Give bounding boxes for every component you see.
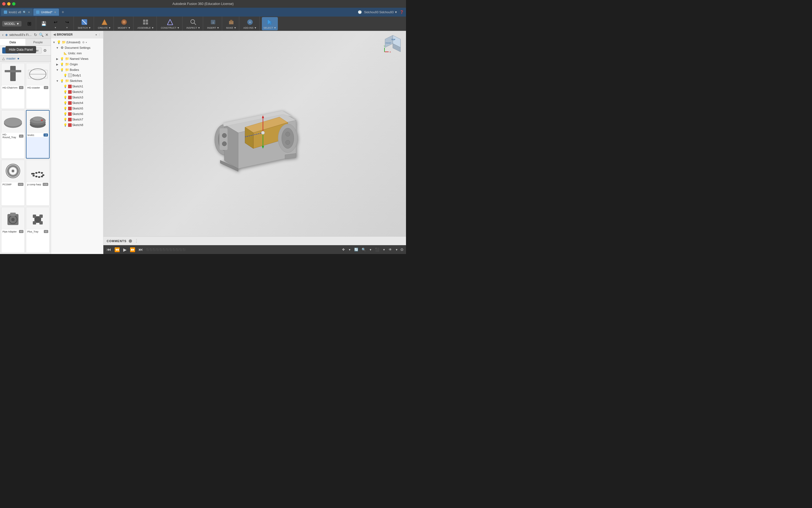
item-label: Sketch7 <box>72 118 83 121</box>
refresh-button[interactable]: ↻ <box>34 33 37 37</box>
sketch-tool[interactable]: SKETCH ▼ <box>76 17 93 30</box>
grid-view-button[interactable]: ⊞ <box>24 19 35 29</box>
settings-icon: ⚙ <box>82 41 85 44</box>
tree-item-units[interactable]: 📐 Units: mm <box>51 50 103 56</box>
tab-knob1[interactable]: knob1 v8 🔍 ✕ <box>1 8 33 16</box>
tree-item-unsaved[interactable]: ▼ 💡 📁 (Unsaved) ⚙ ● <box>51 39 103 45</box>
svg-rect-7 <box>143 22 145 25</box>
save-button[interactable]: 💾 <box>38 19 49 29</box>
item-name: Pipe Adapter <box>2 230 17 233</box>
item-name: Plus_Tray <box>27 230 38 233</box>
inspect-tool[interactable]: INSPECT ▼ <box>185 17 202 30</box>
zoom-dropdown[interactable]: ▼ <box>368 248 373 252</box>
help-icon[interactable]: ❓ <box>400 10 404 14</box>
tree-item-sketch3[interactable]: 💡 Sketch3 <box>51 95 103 100</box>
tree-item-sketch4[interactable]: 💡 Sketch4 <box>51 100 103 105</box>
folder-icon: 📁 <box>61 40 66 44</box>
tree-item-origin[interactable]: ▶ 💡 📁 Origin <box>51 61 103 67</box>
svg-point-75 <box>222 141 227 146</box>
traffic-lights[interactable] <box>2 2 15 5</box>
svg-text:↓: ↓ <box>212 20 214 24</box>
tree-item-bodies[interactable]: ▼ 💡 📁 Bodies <box>51 67 103 73</box>
modify-tool[interactable]: MODIFY ▼ <box>116 17 132 30</box>
addins-tool[interactable]: + ADD-INS ▼ <box>241 17 258 30</box>
new-tab-button[interactable]: + <box>59 9 66 15</box>
data-tab[interactable]: Data <box>0 39 26 45</box>
list-item-selected[interactable]: knob1 V8 <box>26 110 50 159</box>
tab-untitled[interactable]: Untitled* ✕ <box>33 8 59 16</box>
list-item[interactable]: HG-ChairArm V1 <box>1 63 25 109</box>
back-button[interactable]: ‹ <box>2 33 4 37</box>
create-tool[interactable]: CREATE ▼ <box>96 17 112 30</box>
play-button[interactable]: ▶ <box>122 247 128 253</box>
tree-item-sketch5[interactable]: 💡 Sketch5 <box>51 105 103 111</box>
zoom-button[interactable]: 🔍 <box>361 247 367 252</box>
assemble-tool[interactable]: ASSEMBLE ▼ <box>136 17 155 30</box>
svg-rect-6 <box>146 19 148 22</box>
tree-item-sketch1[interactable]: 💡 Sketch1 <box>51 84 103 89</box>
history-icon[interactable]: 🕐 <box>358 10 362 14</box>
skip-start-button[interactable]: ⏮ <box>105 247 112 253</box>
tab-close-icon[interactable]: ✕ <box>28 11 30 14</box>
sketch-icon2 <box>68 85 71 88</box>
list-item[interactable]: p comp harp V16 <box>26 160 50 206</box>
display-mode[interactable]: ⬛ <box>374 247 380 252</box>
tree-item-sketch2[interactable]: 💡 Sketch2 <box>51 89 103 95</box>
undo-button[interactable]: ↩ ▼ <box>50 17 61 30</box>
viewport[interactable]: TOP FRONT X Y COMMENTS ⋮ ⏮ ⏪ <box>103 31 406 254</box>
item-thumbnail <box>26 160 49 182</box>
svg-marker-20 <box>268 19 272 25</box>
maximize-button[interactable] <box>12 2 15 5</box>
list-item[interactable]: Pipe Adapter V2 <box>1 207 25 253</box>
browser-collapse-icon[interactable]: ◀ <box>53 33 56 36</box>
prev-frame-button[interactable]: ⏪ <box>113 247 121 253</box>
item-label: Named Views <box>70 57 89 60</box>
tree-item-sketches[interactable]: ▼ 💡 📁 Sketches <box>51 78 103 84</box>
model-dropdown[interactable]: MODEL ▼ <box>2 21 21 27</box>
panel-settings-button[interactable]: ⚙ <box>43 47 47 53</box>
tree-item-sketch8[interactable]: 💡 Sketch8 <box>51 122 103 128</box>
tree-item-doc-settings[interactable]: ▼ ⚙ Document Settings <box>51 45 103 50</box>
select-tool[interactable]: SELECT ▼ <box>262 17 278 30</box>
svg-text:X: X <box>389 51 391 53</box>
insert-tool[interactable]: ↓ INSERT ▼ <box>205 17 221 30</box>
pan-dropdown[interactable]: ▼ <box>347 248 352 252</box>
construct-tool[interactable]: CONSTRUCT ▼ <box>159 17 181 30</box>
timeline-icon6: ⬛ <box>163 249 165 251</box>
svg-text:FRONT: FRONT <box>386 42 391 44</box>
timeline-settings-button[interactable]: ⚙ <box>400 247 404 252</box>
browser-toggle[interactable]: ● <box>95 33 97 36</box>
view-style[interactable]: 👁 <box>387 247 393 252</box>
display-dropdown[interactable]: ▼ <box>381 248 386 252</box>
expand-icon: ▼ <box>52 41 56 44</box>
view-dropdown[interactable]: ▼ <box>394 248 399 252</box>
tree-item-body1[interactable]: 💡 Body1 <box>51 73 103 78</box>
tree-item-sketch6[interactable]: 💡 Sketch6 <box>51 111 103 117</box>
list-item[interactable]: HG-Round_Tray V1 <box>1 110 25 159</box>
redo-button[interactable]: ↪ ▼ <box>61 17 73 30</box>
light-bulb-icon14: 💡 <box>63 123 67 127</box>
navigation-cube[interactable]: TOP FRONT X Y <box>382 33 404 55</box>
sketch-icon7 <box>68 112 71 116</box>
comments-toggle[interactable] <box>129 239 132 243</box>
titlebar: Autodesk Fusion 360 (Education License) <box>0 0 406 8</box>
list-item[interactable]: HG-coaster V2 <box>26 63 50 109</box>
skip-end-button[interactable]: ⏭ <box>138 247 144 253</box>
list-item[interactable]: Plus_Tray V1 <box>26 207 50 253</box>
close-panel-button[interactable]: ✕ <box>45 33 49 37</box>
tab-close-icon2[interactable]: ✕ <box>54 11 56 14</box>
minimize-button[interactable] <box>7 2 10 5</box>
list-item[interactable]: PCOMP V10 <box>1 160 25 206</box>
pan-button[interactable]: ✥ <box>341 247 346 252</box>
tree-item-sketch7[interactable]: 💡 Sketch7 <box>51 117 103 122</box>
tree-item-named-views[interactable]: ▶ 💡 📁 Named Views <box>51 56 103 61</box>
people-tab[interactable]: People <box>26 39 51 45</box>
orbit-button[interactable]: 🔄 <box>353 247 360 252</box>
make-tool[interactable]: MAKE ▼ <box>224 17 238 30</box>
search-button[interactable]: 🔍 <box>39 33 44 37</box>
browser-resize[interactable]: ⋮ <box>98 33 101 36</box>
item-label: Document Settings <box>65 46 90 49</box>
close-button[interactable] <box>2 2 5 5</box>
next-frame-button[interactable]: ⏩ <box>129 247 136 253</box>
item-label: Sketches <box>70 79 82 82</box>
